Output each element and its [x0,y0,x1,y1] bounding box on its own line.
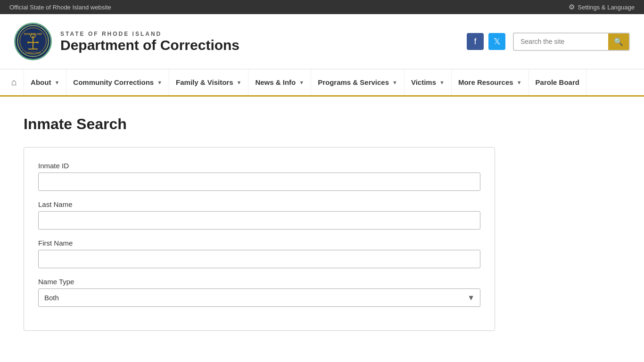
last-name-label: Last Name [38,200,480,208]
inmate-id-label: Inmate ID [38,162,480,170]
nav-news-info-label: News & Info [255,78,296,86]
nav-home[interactable]: ⌂ [5,69,24,95]
chevron-down-icon: ▼ [299,80,304,85]
chevron-down-icon: ▼ [392,80,397,85]
facebook-icon: f [474,37,476,47]
last-name-group: Last Name [38,200,480,230]
name-type-select[interactable]: Both Legal Name Alias [38,288,480,307]
search-input[interactable] [514,34,608,49]
gear-icon: ⚙ [569,3,575,11]
nav-family-visitors-label: Family & Visitors [176,78,233,86]
twitter-link[interactable]: 𝕏 [488,33,505,50]
facebook-link[interactable]: f [467,33,484,50]
svg-text:CORRECTIONS: CORRECTIONS [25,52,41,54]
nav-more-resources-label: More Resources [458,78,513,86]
name-type-group: Name Type Both Legal Name Alias ▼ [38,278,480,307]
nav-victims-label: Victims [411,78,436,86]
page-title: Inmate Search [24,115,620,133]
first-name-input[interactable] [38,250,480,268]
header-right: f 𝕏 🔍 [467,33,630,51]
social-icons: f 𝕏 [467,33,505,50]
nav-about-label: About [31,78,51,86]
first-name-group: First Name [38,239,480,268]
name-type-select-wrapper: Both Legal Name Alias ▼ [38,288,480,307]
nav-parole-board-label: Parole Board [536,78,579,86]
inmate-search-form: Inmate ID Last Name First Name Name Type… [24,147,495,331]
main-nav: ⌂ About ▼ Community Corrections ▼ Family… [0,69,644,97]
home-icon: ⌂ [11,77,17,88]
first-name-label: First Name [38,239,480,247]
settings-label: Settings & Language [578,4,635,11]
chevron-down-icon: ▼ [54,80,59,85]
header-branding: RHODE ISLAND CORRECTIONS STATE OF RHODE … [14,23,239,60]
nav-news-info[interactable]: News & Info ▼ [248,69,311,95]
nav-family-visitors[interactable]: Family & Visitors ▼ [169,69,248,95]
twitter-icon: 𝕏 [494,36,501,47]
official-text: Official State of Rhode Island website [9,4,111,11]
name-type-label: Name Type [38,278,480,286]
chevron-down-icon: ▼ [517,80,522,85]
site-header: RHODE ISLAND CORRECTIONS STATE OF RHODE … [0,14,644,69]
search-button[interactable]: 🔍 [608,33,629,50]
nav-community-corrections-label: Community Corrections [73,78,154,86]
inmate-id-input[interactable] [38,173,480,191]
chevron-down-icon: ▼ [237,80,242,85]
nav-parole-board[interactable]: Parole Board [529,69,586,95]
nav-more-resources[interactable]: More Resources ▼ [452,69,529,95]
nav-community-corrections[interactable]: Community Corrections ▼ [66,69,169,95]
main-content: Inmate Search Inmate ID Last Name First … [0,97,644,350]
nav-programs-services[interactable]: Programs & Services ▼ [311,69,405,95]
chevron-down-icon: ▼ [157,80,162,85]
svg-point-9 [37,41,39,43]
inmate-id-group: Inmate ID [38,162,480,191]
header-title-block: STATE OF RHODE ISLAND Department of Corr… [60,31,239,53]
nav-programs-services-label: Programs & Services [318,78,389,86]
nav-victims[interactable]: Victims ▼ [405,69,452,95]
settings-language[interactable]: ⚙ Settings & Language [569,3,635,11]
search-bar: 🔍 [513,33,630,51]
site-logo: RHODE ISLAND CORRECTIONS [14,23,52,60]
state-label: STATE OF RHODE ISLAND [60,31,239,37]
chevron-down-icon: ▼ [439,80,445,85]
logo-image: RHODE ISLAND CORRECTIONS [15,23,51,60]
nav-about[interactable]: About ▼ [24,69,66,95]
search-icon: 🔍 [614,37,623,46]
svg-point-8 [27,41,29,43]
last-name-input[interactable] [38,211,480,230]
top-bar: Official State of Rhode Island website ⚙… [0,0,644,14]
dept-name: Department of Corrections [60,37,239,53]
